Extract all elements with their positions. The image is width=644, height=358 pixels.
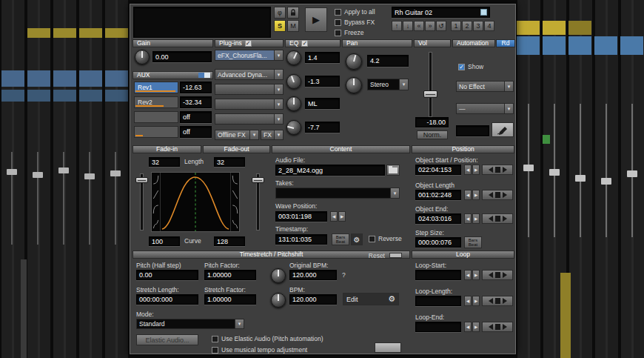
- aux-send-3-name[interactable]: [134, 111, 178, 123]
- object-start-drag-handle[interactable]: [482, 165, 513, 175]
- track-color-chip[interactable]: [480, 9, 487, 16]
- offline-fx-button[interactable]: Offline FX▾: [215, 130, 259, 140]
- reset-mini-slider[interactable]: [389, 253, 402, 258]
- pitch-factor-field[interactable]: 1.00000: [204, 270, 256, 280]
- pan-width-knob[interactable]: [346, 77, 362, 93]
- aux-send-4-value[interactable]: off: [180, 126, 212, 138]
- plugins-enable-checkbox[interactable]: ✓: [245, 40, 252, 47]
- volume-fader-handle[interactable]: [423, 90, 437, 98]
- eq-band-2-value[interactable]: -1.3: [305, 76, 340, 87]
- loop-start-drag-handle[interactable]: [482, 270, 513, 280]
- fx-button[interactable]: FX▾: [261, 130, 284, 140]
- object-end-drag-handle[interactable]: [482, 213, 513, 224]
- use-musical-checkbox[interactable]: [212, 347, 218, 354]
- object-name-field[interactable]: Rh Guitar 02: [392, 7, 490, 18]
- loop-start-field[interactable]: [415, 270, 461, 280]
- loop-end-drag-handle[interactable]: [482, 322, 513, 332]
- audio-file-field[interactable]: 2_28_M24.ogg: [275, 165, 385, 176]
- normalize-button[interactable]: Norm.: [417, 130, 448, 139]
- takes-dropdown[interactable]: ▾: [275, 188, 400, 199]
- preset-2-button[interactable]: 2: [462, 21, 472, 31]
- preset-4-button[interactable]: 4: [484, 21, 494, 31]
- fade-out-section-header[interactable]: Fade-out: [203, 145, 270, 153]
- plugin-slot-3[interactable]: ▾: [215, 84, 284, 95]
- aux-mini-fader[interactable]: [198, 73, 210, 78]
- loop-section-header[interactable]: Loop: [412, 251, 514, 259]
- decrement-button[interactable]: ◀: [464, 190, 472, 200]
- browse-file-button[interactable]: [386, 165, 400, 176]
- aux-send-2-value[interactable]: -32.34: [180, 96, 212, 108]
- reset-button[interactable]: Reset: [369, 252, 385, 259]
- increment-button[interactable]: ▶: [338, 211, 346, 222]
- automation-draw-button[interactable]: [492, 122, 514, 137]
- fade-in-curve-presets[interactable]: [152, 173, 161, 231]
- eq-band-3-knob[interactable]: [286, 96, 301, 111]
- plugins-section-header[interactable]: Plug-ins ✓: [215, 39, 284, 47]
- bypass-fx-checkbox[interactable]: [335, 19, 341, 26]
- timestamp-field[interactable]: 131:01:035: [275, 234, 327, 245]
- eq-band-2-knob[interactable]: [286, 74, 301, 89]
- aux-section-header[interactable]: AUX: [133, 71, 213, 79]
- fade-out-curve-field[interactable]: 128: [214, 236, 245, 246]
- eq-band-1-value[interactable]: 1.4: [305, 52, 340, 63]
- gain-value-field[interactable]: 0.00: [152, 51, 212, 62]
- fade-curve-display[interactable]: [151, 172, 240, 232]
- object-up-button[interactable]: ↑: [392, 21, 402, 31]
- increment-button[interactable]: ▶: [472, 165, 480, 175]
- automation-show-checkbox[interactable]: ✓: [458, 64, 465, 70]
- fade-in-length-field[interactable]: 32: [149, 157, 180, 167]
- stretch-length-field[interactable]: 000:00:000: [136, 294, 198, 305]
- fade-out-slider-handle[interactable]: [252, 177, 264, 183]
- timestamp-settings-button[interactable]: ⚙: [351, 233, 363, 245]
- pan-value-field[interactable]: 4.2: [367, 55, 409, 67]
- automation-parameter-dropdown[interactable]: —▾: [456, 103, 514, 114]
- increment-button[interactable]: ▶: [472, 190, 480, 200]
- fade-out-curve-presets[interactable]: [230, 173, 239, 231]
- loop-length-drag-handle[interactable]: [482, 296, 513, 306]
- eq-band-1-knob[interactable]: [286, 50, 301, 65]
- step-size-field[interactable]: 000:00:076: [415, 237, 461, 248]
- reverse-checkbox[interactable]: [369, 236, 375, 242]
- aux-send-2-name[interactable]: Rev2: [134, 96, 178, 108]
- increment-button[interactable]: ▶: [472, 296, 480, 306]
- phase-button[interactable]: φ: [274, 7, 286, 19]
- automation-value-field[interactable]: [456, 125, 489, 136]
- eq-section-header[interactable]: EQ ✓: [285, 39, 341, 47]
- fade-in-section-header[interactable]: Fade-in: [133, 145, 201, 153]
- plugin-slot-5[interactable]: ▾: [215, 113, 284, 125]
- decrement-button[interactable]: ◀: [464, 213, 472, 224]
- increment-button[interactable]: ▶: [472, 322, 480, 332]
- timestamp-bars-beat-button[interactable]: Bars Beat: [332, 233, 349, 245]
- fade-out-length-field[interactable]: 32: [214, 157, 245, 167]
- decrement-button[interactable]: ◀: [330, 211, 338, 222]
- vol-section-header[interactable]: Vol: [414, 39, 451, 47]
- loop-end-field[interactable]: [415, 322, 461, 332]
- increment-button[interactable]: ▶: [472, 213, 480, 224]
- preset-1-button[interactable]: 1: [451, 21, 461, 31]
- use-elastic-checkbox[interactable]: [212, 336, 218, 342]
- aux-send-3-value[interactable]: off: [180, 111, 212, 123]
- fade-in-slider-handle[interactable]: [135, 177, 148, 183]
- play-button[interactable]: ▶: [305, 7, 327, 32]
- object-next-button[interactable]: »: [425, 21, 435, 31]
- step-size-bars-beat-button[interactable]: Bars Beat: [464, 236, 482, 248]
- decrement-button[interactable]: ◀: [464, 296, 472, 306]
- elastic-audio-button[interactable]: Elastic Audio...: [136, 334, 198, 345]
- original-bpm-field[interactable]: 120.000: [289, 270, 337, 280]
- waveform-preview[interactable]: [133, 7, 271, 38]
- aux-send-1-value[interactable]: -12.63: [180, 82, 212, 93]
- plugin-slot-4[interactable]: ▾: [215, 99, 284, 110]
- decrement-button[interactable]: ◀: [464, 165, 472, 175]
- object-prev-button[interactable]: «: [414, 21, 424, 31]
- decrement-button[interactable]: ◀: [464, 270, 472, 280]
- position-section-header[interactable]: Position: [412, 145, 514, 153]
- fade-in-curve-field[interactable]: 100: [149, 236, 180, 246]
- bpm-edit-button[interactable]: Edit ⚙: [343, 293, 399, 305]
- wave-position-field[interactable]: 003:01:198: [275, 211, 327, 222]
- volume-fader-track[interactable]: [429, 52, 432, 117]
- eq-band-4-knob[interactable]: [286, 120, 301, 135]
- mute-button[interactable]: M: [287, 20, 299, 32]
- eq-enable-checkbox[interactable]: ✓: [301, 40, 308, 47]
- blank-button[interactable]: [375, 342, 401, 353]
- automation-section-header[interactable]: Automation: [452, 39, 495, 47]
